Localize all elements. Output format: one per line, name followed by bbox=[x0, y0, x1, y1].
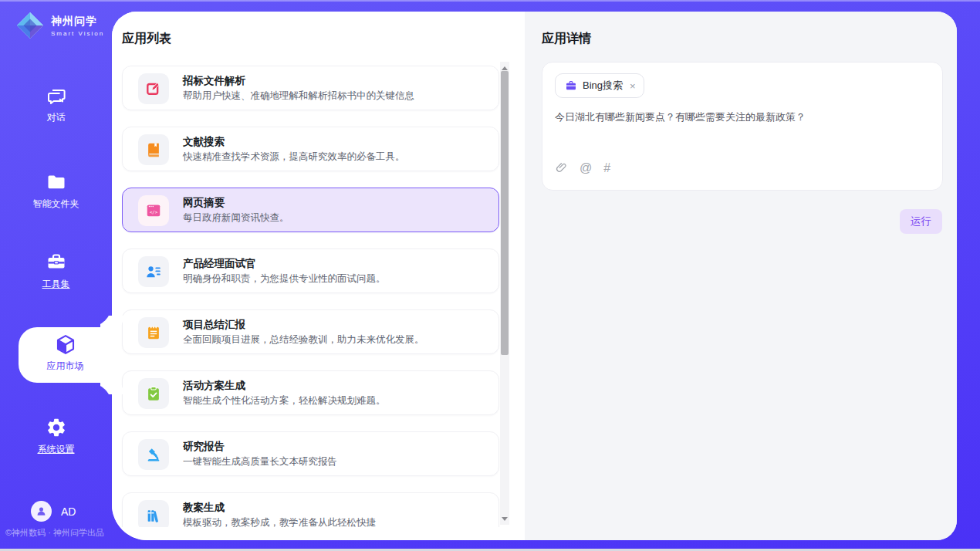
app-card[interactable]: 招标文件解析 帮助用户快速、准确地理解和解析招标书中的关键信息 bbox=[122, 66, 499, 110]
app-card[interactable]: 活动方案生成 智能生成个性化活动方案，轻松解决规划难题。 bbox=[122, 370, 499, 415]
svg-text:</>: </> bbox=[150, 210, 158, 215]
sidebar-item-label: 系统设置 bbox=[0, 443, 112, 456]
sidebar-item-label: 应用市场 bbox=[19, 360, 112, 373]
app-card[interactable]: 项目总结汇报 全面回顾项目进展，总结经验教训，助力未来优化发展。 bbox=[122, 309, 499, 354]
run-button[interactable]: 运行 bbox=[900, 209, 942, 234]
scrollbar-thumb[interactable] bbox=[501, 71, 509, 355]
sidebar-item-smart-folder[interactable]: 智能文件夹 bbox=[0, 171, 112, 211]
app-card-title: 招标文件解析 bbox=[183, 74, 245, 88]
user-name: AD bbox=[61, 505, 76, 518]
tool-chip-label: Bing搜索 bbox=[583, 79, 623, 93]
sidebar: 神州问学 Smart Vision 对话 智能文件夹 工具集 bbox=[0, 0, 112, 551]
prompt-card: Bing搜索 × 今日湖北有哪些新闻要点？有哪些需要关注的最新政策？ @ # bbox=[542, 62, 943, 191]
sidebar-item-label: 智能文件夹 bbox=[0, 198, 112, 211]
notepad-icon bbox=[138, 317, 169, 348]
scroll-down-arrow[interactable] bbox=[500, 514, 509, 523]
paperclip-icon[interactable] bbox=[555, 161, 568, 174]
brand-subtitle: Smart Vision bbox=[51, 30, 104, 37]
microscope-icon bbox=[138, 439, 169, 470]
app-card-title: 教案生成 bbox=[183, 501, 225, 515]
books-icon bbox=[138, 500, 169, 527]
book-icon bbox=[138, 134, 169, 165]
app-card[interactable]: 文献搜索 快速精准查找学术资源，提高研究效率的必备工具。 bbox=[122, 127, 499, 171]
app-card[interactable]: </> 网页摘要 每日政府新闻资讯快查。 bbox=[122, 188, 499, 232]
diamond-logo-icon bbox=[15, 11, 45, 40]
app-detail-panel: 应用详情 Bing搜索 × 今日湖北有哪些新闻要点？有哪些需要关注的最新政策？ … bbox=[525, 12, 957, 540]
toolbox-icon bbox=[46, 252, 67, 273]
window-top-edge bbox=[0, 0, 980, 2]
app-card-description: 每日政府新闻资讯快查。 bbox=[183, 211, 289, 225]
briefcase-icon bbox=[565, 79, 577, 92]
sidebar-item-toolbox[interactable]: 工具集 bbox=[0, 252, 112, 291]
app-card-description: 明确身份和职责，为您提供专业性的面试问题。 bbox=[183, 272, 386, 286]
brand-logo: 神州问学 Smart Vision bbox=[15, 11, 104, 40]
avatar bbox=[31, 501, 52, 522]
app-card-title: 活动方案生成 bbox=[183, 379, 245, 393]
sidebar-item-app-market[interactable]: 应用市场 bbox=[19, 327, 112, 383]
nav-curve-bottom bbox=[89, 383, 112, 406]
app-card-description: 智能生成个性化活动方案，轻松解决规划难题。 bbox=[183, 394, 386, 407]
app-detail-title: 应用详情 bbox=[542, 31, 591, 47]
user-profile[interactable]: AD bbox=[31, 501, 76, 522]
clipboard-check-icon bbox=[138, 378, 169, 409]
app-card[interactable]: 产品经理面试官 明确身份和职责，为您提供专业性的面试问题。 bbox=[122, 248, 499, 293]
nav-curve-top bbox=[89, 304, 112, 327]
app-card-description: 一键智能生成高质量长文本研究报告 bbox=[183, 455, 337, 468]
gear-icon bbox=[46, 417, 67, 438]
sidebar-item-label: 工具集 bbox=[0, 278, 112, 291]
app-card-title: 研究报告 bbox=[183, 440, 225, 454]
person-icon bbox=[35, 505, 48, 518]
app-list: 招标文件解析 帮助用户快速、准确地理解和解析招标书中的关键信息 文献搜索 快速精… bbox=[112, 12, 525, 527]
chat-icon bbox=[46, 85, 67, 106]
query-text[interactable]: 今日湖北有哪些新闻要点？有哪些需要关注的最新政策？ bbox=[555, 110, 806, 124]
app-card[interactable]: 研究报告 一键智能生成高质量长文本研究报告 bbox=[122, 431, 499, 476]
sidebar-item-settings[interactable]: 系统设置 bbox=[0, 417, 112, 456]
app-card-description: 全面回顾项目进展，总结经验教训，助力未来优化发展。 bbox=[183, 333, 424, 346]
copyright-text: ©神州数码 · 神州问学出品 bbox=[5, 527, 104, 539]
app-card-title: 网页摘要 bbox=[183, 196, 225, 210]
app-card-title: 文献搜索 bbox=[183, 135, 225, 149]
app-card-description: 模板驱动，教案秒成，教学准备从此轻松快捷 bbox=[183, 516, 376, 527]
mention-icon[interactable]: @ bbox=[580, 162, 592, 174]
app-card-description: 帮助用户快速、准确地理解和解析招标书中的关键信息 bbox=[183, 90, 414, 103]
app-card-title: 项目总结汇报 bbox=[183, 318, 245, 332]
interviewer-icon bbox=[138, 256, 169, 287]
hash-icon[interactable]: # bbox=[603, 162, 610, 174]
cube-icon bbox=[54, 333, 77, 357]
chip-close-icon[interactable]: × bbox=[630, 80, 636, 92]
app-card-description: 快速精准查找学术资源，提高研究效率的必备工具。 bbox=[183, 150, 405, 164]
main-container: 应用列表 招标文件解析 帮助用户快速、准确地理解和解析招标书中的关键信息 文献搜… bbox=[112, 12, 957, 540]
tool-chip-bing-search[interactable]: Bing搜索 × bbox=[555, 73, 644, 98]
app-list-scrollbar[interactable] bbox=[500, 62, 509, 525]
app-list-panel: 应用列表 招标文件解析 帮助用户快速、准确地理解和解析招标书中的关键信息 文献搜… bbox=[112, 12, 525, 540]
browser-code-icon: </> bbox=[138, 195, 169, 226]
sidebar-item-chat[interactable]: 对话 bbox=[0, 85, 112, 124]
folder-icon bbox=[46, 171, 67, 193]
sidebar-item-label: 对话 bbox=[0, 111, 112, 124]
app-card[interactable]: 教案生成 模板驱动，教案秒成，教学准备从此轻松快捷 bbox=[122, 492, 499, 527]
brand-title: 神州问学 bbox=[51, 15, 104, 29]
app-card-title: 产品经理面试官 bbox=[183, 257, 256, 271]
edit-doc-icon bbox=[138, 73, 169, 104]
